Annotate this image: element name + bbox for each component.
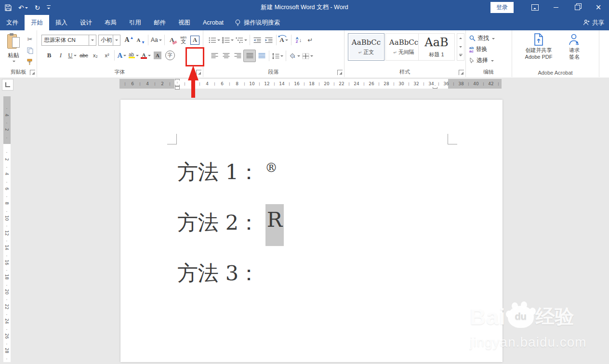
tab-home[interactable]: 开始 <box>25 15 49 30</box>
paragraph-dialog-launcher[interactable] <box>337 70 343 75</box>
align-left-button[interactable] <box>209 50 220 62</box>
styles-scroll-up-icon[interactable] <box>457 34 464 42</box>
ribbon-display-options-button[interactable] <box>524 0 545 15</box>
enclose-characters-button[interactable]: 字 <box>164 50 176 61</box>
tell-me-search[interactable]: 操作说明搜索 <box>230 15 285 30</box>
font-name-dropdown-icon[interactable] <box>89 35 96 45</box>
replace-button[interactable]: ab ac 替换 <box>469 45 487 53</box>
multilevel-list-dropdown-icon[interactable] <box>244 39 247 42</box>
ruler-number: 4 <box>206 81 209 86</box>
doc-line-2[interactable]: 方法 2： <box>177 209 259 237</box>
styles-dialog-launcher[interactable] <box>459 70 464 75</box>
show-hide-marks-button[interactable]: ↵ <box>304 34 316 46</box>
paste-label: 粘贴 <box>8 52 19 60</box>
find-dropdown-icon[interactable] <box>492 38 495 41</box>
selected-character[interactable]: R <box>266 208 283 232</box>
bold-button[interactable]: B <box>43 50 55 61</box>
styles-scroll-down-icon[interactable] <box>457 42 464 51</box>
style-no-spacing[interactable]: AaBbCc ↵ 无间隔 <box>385 33 422 61</box>
share-person-icon <box>583 19 590 26</box>
tab-references[interactable]: 引用 <box>123 15 147 30</box>
sign-in-button[interactable]: 登录 <box>490 2 514 13</box>
bullets-button[interactable] <box>208 34 221 46</box>
underline-button[interactable]: U <box>66 50 78 61</box>
request-signatures-button[interactable]: 请求签名 <box>563 33 586 61</box>
registered-symbol[interactable]: ® <box>265 160 278 175</box>
grow-font-button[interactable]: A▲ <box>123 34 135 46</box>
subscript-button[interactable]: x₂ <box>90 50 101 61</box>
paste-dropdown-icon[interactable] <box>13 61 15 64</box>
superscript-button[interactable]: x² <box>101 50 113 61</box>
select-dropdown-icon[interactable] <box>491 60 494 63</box>
character-shading-button[interactable]: A <box>152 50 163 61</box>
numbering-button[interactable] <box>221 34 235 46</box>
borders-button[interactable] <box>301 50 314 62</box>
strikethrough-button[interactable]: abc <box>78 50 90 61</box>
shrink-font-button[interactable]: A▲ <box>135 34 146 46</box>
distributed-button[interactable] <box>256 50 267 62</box>
ruler-tick: | <box>468 82 469 85</box>
ruler-number: 8 <box>236 81 238 86</box>
shading-button[interactable] <box>288 50 301 62</box>
font-color-button[interactable]: A <box>140 50 152 61</box>
line-spacing-dropdown-icon[interactable] <box>280 55 283 58</box>
close-button[interactable]: × <box>588 0 609 15</box>
copy-button[interactable] <box>24 45 36 56</box>
phonetic-guide-button[interactable]: wén 文 <box>178 34 189 46</box>
justify-button[interactable] <box>243 50 256 62</box>
document-page[interactable]: 方法 1： ® 方法 2： R 方法 3： <box>120 100 503 362</box>
font-size-dropdown-icon[interactable] <box>113 35 120 45</box>
restore-button[interactable] <box>567 0 588 15</box>
tab-file[interactable]: 文件 <box>0 15 25 30</box>
borders-dropdown-icon[interactable] <box>310 55 313 58</box>
tab-stop-selector[interactable] <box>2 79 13 91</box>
highlight-color-button[interactable]: ab <box>128 50 140 61</box>
format-painter-button[interactable] <box>24 56 36 68</box>
tab-mailings[interactable]: 邮件 <box>147 15 172 30</box>
clear-formatting-button[interactable]: A <box>166 34 178 46</box>
cut-button[interactable]: ✂ <box>24 33 36 45</box>
character-border-button[interactable]: A <box>189 34 201 46</box>
find-button[interactable]: 查找 <box>469 34 495 42</box>
doc-line-3[interactable]: 方法 3： <box>177 260 259 287</box>
align-right-button[interactable] <box>232 50 243 62</box>
style-heading1[interactable]: AaB 标题 1 <box>418 33 455 61</box>
left-indent-marker[interactable] <box>175 86 180 90</box>
sort-button[interactable]: A Z ↓ <box>293 34 304 46</box>
asian-layout-dropdown-icon[interactable] <box>285 39 288 42</box>
v-ruler[interactable]: 42246810121416182022242628--------------… <box>3 96 11 362</box>
font-size-combo[interactable]: 小初 <box>98 35 120 46</box>
share-button[interactable]: 共享 <box>583 15 604 30</box>
asian-layout-icon: A <box>279 36 284 44</box>
bullets-icon <box>209 37 216 43</box>
change-case-button[interactable]: Aa <box>150 34 163 46</box>
font-name-combo[interactable]: 思源宋体 CN <box>41 35 96 46</box>
multilevel-list-icon <box>236 37 243 43</box>
increase-indent-button[interactable] <box>263 34 275 46</box>
asian-layout-button[interactable]: A <box>278 34 290 46</box>
multilevel-list-button[interactable] <box>235 34 248 46</box>
clipboard-dialog-launcher[interactable] <box>30 70 35 75</box>
bullets-dropdown-icon[interactable] <box>217 39 220 42</box>
tab-insert[interactable]: 插入 <box>49 15 74 30</box>
decrease-indent-button[interactable] <box>252 34 263 46</box>
italic-button[interactable]: I <box>55 50 66 61</box>
text-effects-button[interactable]: A <box>116 50 128 61</box>
tab-acrobat[interactable]: Acrobat <box>197 15 230 30</box>
paste-button[interactable]: 粘贴 <box>4 33 23 63</box>
select-button[interactable]: 选择 <box>469 56 494 65</box>
h-ruler[interactable]: 6422468101214161820222426283032343638404… <box>119 79 502 89</box>
style-normal[interactable]: AaBbCc ↵ 正文 <box>348 33 384 61</box>
tab-layout[interactable]: 布局 <box>98 15 123 30</box>
doc-line-1[interactable]: 方法 1： <box>177 158 259 186</box>
numbering-dropdown-icon[interactable] <box>231 39 234 42</box>
create-share-pdf-button[interactable]: 创建并共享Adobe PDF <box>518 33 559 61</box>
line-spacing-button[interactable] <box>271 50 284 62</box>
ribbon-tab-row: 文件 开始 插入 设计 布局 引用 邮件 视图 Acrobat 操作说明搜索 共… <box>0 15 609 30</box>
align-center-button[interactable] <box>220 50 232 62</box>
shading-dropdown-icon[interactable] <box>297 55 300 58</box>
styles-gallery-more-icon[interactable] <box>457 52 464 60</box>
tab-design[interactable]: 设计 <box>74 15 98 30</box>
tab-view[interactable]: 视图 <box>172 15 197 30</box>
minimize-button[interactable] <box>545 0 567 15</box>
